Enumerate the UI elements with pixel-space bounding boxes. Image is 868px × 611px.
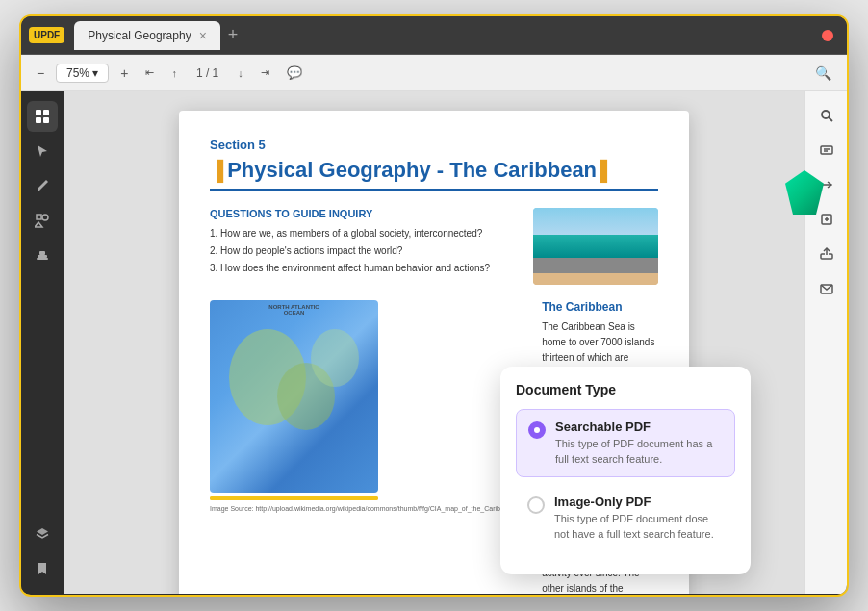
image-only-radio[interactable] [527,496,545,514]
app-window: UPDF Physical Geography × + − 75% ▾ + ⇤ … [19,14,849,597]
right-sidebar [804,91,847,594]
svg-rect-7 [38,255,47,258]
image-only-pdf-option[interactable]: Image-Only PDF This type of PDF document… [516,485,735,551]
nav-next-btn[interactable]: ↓ [232,64,249,83]
page-title: ▐ Physical Geography - The Caribbean ▌ [210,158,658,191]
right-search-icon[interactable] [812,101,841,130]
questions-heading: QUESTIONS TO GUIDE INQUIRY [210,208,518,219]
searchable-pdf-option[interactable]: Searchable PDF This type of PDF document… [516,409,735,477]
searchable-radio[interactable] [528,421,546,439]
map-image: NORTH ATLANTICOCEAN [210,300,378,493]
searchable-content: Searchable PDF This type of PDF document… [555,420,723,467]
question-2: 2. How do people's actions impact the wo… [210,244,518,258]
sidebar-layers-icon[interactable] [27,519,58,549]
zoom-out-btn[interactable]: − [31,62,50,85]
svg-rect-4 [37,215,41,219]
svg-line-11 [829,117,832,121]
question-1: 1. How are we, as members of a global so… [210,227,518,241]
sidebar-bookmark-icon[interactable] [27,553,58,584]
title-bracket-left: ▐ [210,160,223,182]
image-only-title: Image-Only PDF [554,495,724,509]
gem-decoration [785,170,824,215]
nav-first-btn[interactable]: ⇤ [140,63,160,83]
questions-text: QUESTIONS TO GUIDE INQUIRY 1. How are we… [210,208,518,285]
map-caption: Image Source: http://upload.wikimedia.or… [210,504,528,513]
search-btn[interactable]: 🔍 [809,62,837,85]
svg-rect-1 [43,110,49,115]
svg-rect-8 [39,251,45,255]
question-3: 3. How does the environment affect human… [210,262,518,275]
section-label: Section 5 [210,138,658,152]
zoom-level[interactable]: 75% ▾ [56,64,109,83]
svg-point-10 [822,111,830,118]
tab-title: Physical Geography [88,29,191,42]
doc-type-popup: Document Type Searchable PDF This type o… [500,367,751,574]
searchable-title: Searchable PDF [555,420,723,434]
active-tab[interactable]: Physical Geography × [74,21,220,50]
updf-logo: UPDF [29,27,64,43]
main-area: Section 5 ▐ Physical Geography - The Car… [21,91,847,594]
image-only-content: Image-Only PDF This type of PDF document… [554,495,724,542]
right-mail-icon[interactable] [812,274,841,303]
svg-marker-6 [35,222,42,227]
new-tab-btn[interactable]: + [228,25,239,45]
nav-last-btn[interactable]: ⇥ [255,63,275,83]
questions-section: QUESTIONS TO GUIDE INQUIRY 1. How are we… [210,208,658,285]
page-indicator: 1 / 1 [189,66,226,80]
nav-prev-btn[interactable]: ↑ [166,64,183,83]
window-close-btn[interactable] [822,30,833,41]
gem-shape [785,170,824,215]
svg-rect-0 [36,110,41,115]
comment-btn[interactable]: 💬 [281,62,308,84]
searchable-desc: This type of PDF document has a full tex… [555,437,723,467]
doc-area: Section 5 ▐ Physical Geography - The Car… [64,91,804,594]
svg-rect-12 [821,146,832,154]
toolbar: − 75% ▾ + ⇤ ↑ 1 / 1 ↓ ⇥ 💬 🔍 [21,55,847,91]
svg-rect-2 [36,117,41,123]
popup-title: Document Type [516,382,735,397]
svg-rect-9 [37,258,48,260]
article-heading: The Caribbean [542,300,658,314]
title-text: Physical Geography - The Caribbean [227,158,597,183]
right-ocr-icon[interactable] [812,136,841,165]
title-bracket-right: ▌ [600,160,614,182]
left-sidebar [21,91,64,594]
sidebar-shapes-icon[interactable] [27,205,58,236]
sidebar-grid-icon[interactable] [27,101,58,132]
title-bar: UPDF Physical Geography × + [21,16,847,55]
image-only-desc: This type of PDF document dose not have … [554,512,724,542]
svg-point-5 [42,215,48,220]
zoom-in-btn[interactable]: + [115,62,134,85]
progress-bar [210,496,378,500]
right-share-icon[interactable] [812,240,841,268]
tab-close-btn[interactable]: × [199,29,207,42]
sidebar-pen-icon[interactable] [27,170,58,201]
beach-image [533,208,658,285]
sidebar-cursor-icon[interactable] [27,136,58,166]
sidebar-stamp-icon[interactable] [27,240,58,270]
svg-rect-3 [43,117,49,123]
